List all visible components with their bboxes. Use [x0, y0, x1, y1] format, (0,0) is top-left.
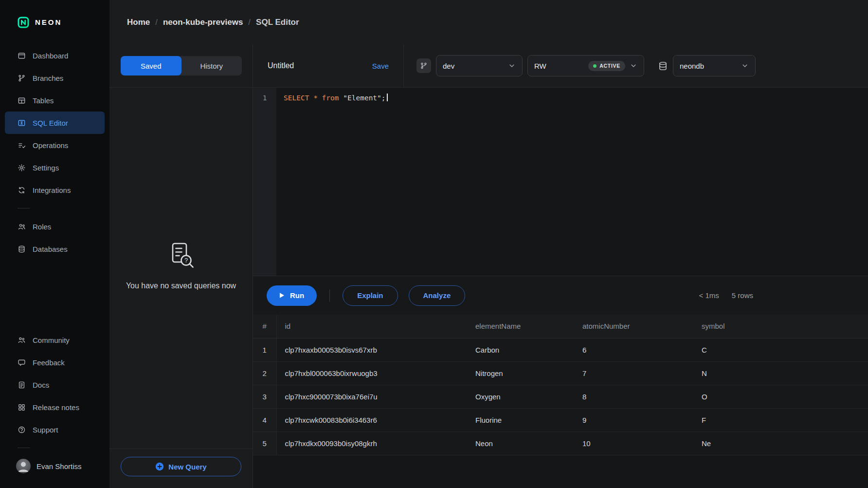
code-token	[339, 94, 344, 102]
roles-icon	[18, 223, 26, 231]
table-cell: 3	[253, 385, 276, 408]
sidebar-item-label: Roles	[33, 223, 51, 231]
chevron-down-icon	[741, 62, 749, 70]
table-cell: clp7hxaxb00053b0isvs67xrb	[276, 338, 467, 361]
results-header-row: #idelementNameatomicNumbersymbol	[253, 315, 868, 338]
results-empty-area	[253, 455, 868, 488]
database-select-value: neondb	[680, 62, 704, 70]
table-row[interactable]: 3clp7hxc9000073b0ixa76ei7uOxygen8O	[253, 385, 868, 408]
tab-history[interactable]: History	[181, 56, 242, 75]
table-cell: clp7hxcwk00083b0i6i3463r6	[276, 408, 467, 432]
table-cell: Fluorine	[467, 408, 574, 432]
user-menu[interactable]: Evan Shortiss	[0, 455, 109, 477]
table-cell: 7	[574, 361, 693, 385]
databases-icon	[18, 245, 26, 253]
database-select[interactable]: neondb	[673, 55, 756, 76]
sidebar-item-feedback[interactable]: Feedback	[5, 351, 105, 374]
text-cursor	[387, 94, 388, 101]
settings-icon	[18, 164, 26, 172]
table-cell: 9	[574, 408, 693, 432]
sidebar-item-label: Docs	[33, 381, 49, 389]
code-token: SELECT	[284, 94, 309, 102]
branch-select[interactable]: dev	[436, 55, 523, 76]
run-button[interactable]: Run	[267, 285, 317, 306]
main-area: Home / neon-kube-previews / SQL Editor S…	[109, 0, 868, 488]
column-header-atomicNumber: atomicNumber	[574, 315, 693, 338]
query-duration: < 1ms	[699, 291, 719, 300]
query-title: Untitled	[268, 61, 294, 70]
table-row[interactable]: 4clp7hxcwk00083b0i6i3463r6Fluorine9F	[253, 408, 868, 432]
branch-icon	[416, 58, 431, 73]
saved-history-toggle: Saved History	[121, 56, 242, 75]
table-cell: 4	[253, 408, 276, 432]
sidebar-item-label: Release notes	[33, 403, 79, 412]
table-row[interactable]: 5clp7hxdkx00093b0isy08gkrhNeon10Ne	[253, 432, 868, 455]
empty-state-text: You have no saved queries now	[126, 282, 236, 290]
sidebar-item-label: SQL Editor	[33, 119, 68, 127]
query-title-section: Untitled Save	[253, 44, 404, 87]
support-icon	[18, 426, 26, 434]
results-table: #idelementNameatomicNumbersymbol 1clp7hx…	[253, 315, 868, 455]
sidebar-item-release-notes[interactable]: Release notes	[5, 396, 105, 418]
sidebar-item-branches[interactable]: Branches	[5, 67, 105, 89]
sidebar-item-label: Support	[33, 426, 58, 434]
chevron-down-icon	[508, 62, 516, 70]
explain-button[interactable]: Explain	[343, 285, 398, 306]
branches-icon	[18, 74, 26, 82]
database-icon	[658, 61, 668, 71]
code-token	[309, 94, 313, 102]
breadcrumb: Home / neon-kube-previews / SQL Editor	[109, 0, 868, 44]
table-row[interactable]: 1clp7hxaxb00053b0isvs67xrbCarbon6C	[253, 338, 868, 361]
sidebar-item-operations[interactable]: Operations	[5, 134, 105, 156]
breadcrumb-project[interactable]: neon-kube-previews	[163, 18, 243, 27]
query-tabs-section: Saved History	[109, 44, 253, 87]
sidebar-item-label: Dashboard	[33, 52, 68, 60]
tab-saved[interactable]: Saved	[121, 56, 181, 75]
table-cell: N	[693, 361, 868, 385]
table-cell: O	[693, 385, 868, 408]
table-cell: F	[693, 408, 868, 432]
analyze-button[interactable]: Analyze	[409, 285, 466, 306]
person-icon	[16, 459, 31, 473]
sidebar-item-label: Branches	[33, 74, 63, 82]
new-query-button[interactable]: New Query	[121, 457, 241, 476]
line-number-gutter: 1	[253, 88, 276, 276]
table-row[interactable]: 2clp7hxbl000063b0ixrwuogb3Nitrogen7N	[253, 361, 868, 385]
integrations-icon	[18, 186, 26, 194]
sidebar-item-support[interactable]: Support	[5, 418, 105, 441]
sidebar-item-roles[interactable]: Roles	[5, 215, 105, 238]
table-cell: Oxygen	[467, 385, 574, 408]
sidebar-item-docs[interactable]: Docs	[5, 374, 105, 396]
status-badge-label: ACTIVE	[599, 63, 620, 69]
breadcrumb-separator: /	[155, 18, 158, 27]
breadcrumb-home[interactable]: Home	[127, 18, 150, 27]
results-body: 1clp7hxaxb00053b0isvs67xrbCarbon6C2clp7h…	[253, 338, 868, 455]
no-saved-queries-icon: ?	[165, 240, 197, 271]
code-token: from	[322, 94, 339, 102]
compute-select[interactable]: RW ACTIVE	[527, 55, 644, 76]
table-cell: 2	[253, 361, 276, 385]
sidebar-item-label: Integrations	[33, 186, 71, 194]
breadcrumb-current-page: SQL Editor	[256, 18, 299, 27]
sidebar-item-label: Tables	[33, 96, 54, 105]
sql-editor[interactable]: 1 SELECT * from "Element";	[253, 88, 868, 276]
row-count: 5 rows	[732, 291, 753, 300]
active-status-dot	[593, 64, 597, 68]
sidebar-item-tables[interactable]: Tables	[5, 89, 105, 112]
column-header-elementName: elementName	[467, 315, 574, 338]
sidebar-item-integrations[interactable]: Integrations	[5, 179, 105, 201]
sidebar-item-dashboard[interactable]: Dashboard	[5, 44, 105, 67]
sidebar-item-databases[interactable]: Databases	[5, 238, 105, 260]
nav-divider	[18, 448, 30, 448]
sidebar-item-community[interactable]: Community	[5, 329, 105, 351]
sidebar-item-sql-editor[interactable]: SQL Editor	[5, 112, 105, 134]
sidebar-item-settings[interactable]: Settings	[5, 156, 105, 179]
breadcrumb-separator: /	[248, 18, 251, 27]
editor-toolbar: Saved History Untitled Save dev	[109, 44, 868, 88]
neon-logo[interactable]: NEON	[0, 0, 109, 44]
sidebar-item-label: Settings	[33, 164, 59, 172]
table-cell: 1	[253, 338, 276, 361]
save-button[interactable]: Save	[372, 62, 389, 70]
table-cell: Ne	[693, 432, 868, 455]
tables-icon	[18, 96, 26, 105]
